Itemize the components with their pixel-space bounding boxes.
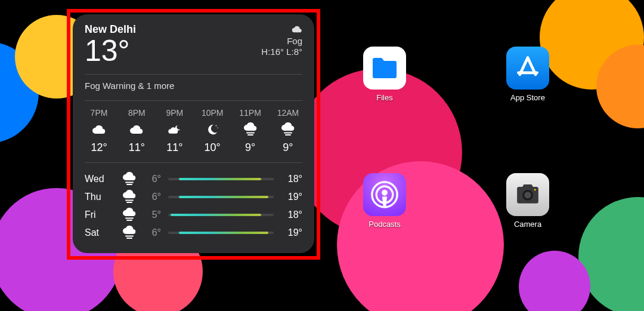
app-label: App Store [510,93,545,102]
camera-icon [506,173,549,216]
app-podcasts[interactable]: Podcasts [358,173,411,229]
svg-point-16 [382,190,388,196]
annotation-highlight [67,9,320,260]
app-label: Camera [514,220,541,229]
app-files[interactable]: Files [358,47,411,102]
appstore-icon [506,47,549,90]
podcasts-icon [363,173,406,216]
app-camera[interactable]: Camera [501,173,555,229]
app-label: Podcasts [369,220,400,229]
app-label: Files [376,93,392,102]
app-appstore[interactable]: App Store [501,47,555,102]
svg-point-19 [534,189,536,190]
files-icon [363,47,406,90]
svg-point-18 [524,192,531,198]
